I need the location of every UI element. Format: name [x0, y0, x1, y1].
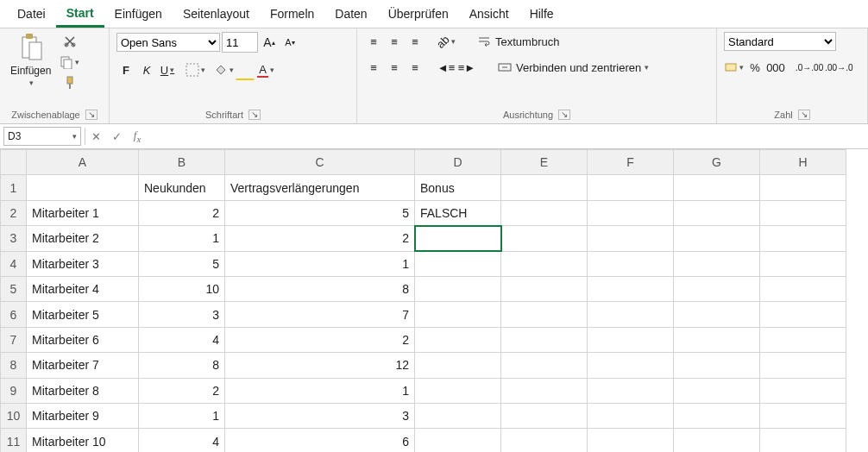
cell-E1[interactable]	[501, 175, 588, 200]
cell-A9[interactable]: Mitarbeiter 8	[27, 378, 139, 403]
cell-C10[interactable]: 3	[225, 404, 415, 429]
cell-A7[interactable]: Mitarbeiter 6	[27, 327, 139, 352]
font-color-button[interactable]: A▾	[256, 60, 275, 79]
cell-D6[interactable]	[415, 302, 501, 327]
borders-button[interactable]: ▾	[186, 60, 205, 79]
formula-input[interactable]	[148, 127, 868, 146]
cell-C6[interactable]: 7	[225, 302, 415, 327]
fill-color-button[interactable]: ▾	[214, 60, 234, 79]
align-right-button[interactable]: ≡	[406, 58, 425, 77]
cell-F4[interactable]	[588, 251, 674, 276]
font-size-input[interactable]	[222, 32, 258, 53]
cell-G3[interactable]	[674, 226, 760, 251]
col-header-H[interactable]: H	[760, 150, 846, 175]
cell-F2[interactable]	[588, 200, 674, 225]
cell-H2[interactable]	[760, 200, 846, 225]
chevron-down-icon[interactable]: ▾	[645, 63, 649, 72]
number-format-select[interactable]: Standard	[724, 32, 836, 51]
tab-einfuegen[interactable]: Einfügen	[104, 2, 173, 26]
cell-D7[interactable]	[415, 327, 501, 352]
cell-H8[interactable]	[760, 353, 846, 378]
paste-button[interactable]: Einfügen ▾	[7, 32, 54, 89]
copy-button[interactable]: ▾	[60, 53, 79, 72]
cancel-formula-button[interactable]: ✕	[85, 130, 106, 143]
tab-hilfe[interactable]: Hilfe	[519, 2, 564, 26]
cell-G7[interactable]	[674, 327, 760, 352]
row-header-2[interactable]: 2	[1, 200, 27, 225]
increase-font-button[interactable]: A▴	[260, 33, 279, 52]
font-launcher[interactable]: ↘	[248, 110, 261, 120]
cell-H4[interactable]	[760, 251, 846, 276]
increase-indent-button[interactable]: ≡►	[457, 58, 476, 77]
cell-D11[interactable]	[415, 429, 501, 452]
cell-B7[interactable]: 4	[139, 327, 225, 352]
row-header-4[interactable]: 4	[1, 251, 27, 276]
cell-C9[interactable]: 1	[225, 378, 415, 403]
cell-F9[interactable]	[588, 378, 674, 403]
cell-E5[interactable]	[501, 277, 588, 302]
row-header-8[interactable]: 8	[1, 353, 27, 378]
col-header-C[interactable]: C	[225, 150, 415, 175]
cell-F6[interactable]	[588, 302, 674, 327]
row-header-7[interactable]: 7	[1, 327, 27, 352]
row-header-1[interactable]: 1	[1, 175, 27, 200]
cell-C4[interactable]: 1	[225, 251, 415, 276]
align-left-button[interactable]: ≡	[364, 58, 383, 77]
name-box[interactable]: D3▾	[3, 127, 81, 146]
wrap-label[interactable]: Textumbruch	[495, 35, 559, 48]
cell-E7[interactable]	[501, 327, 588, 352]
cell-B8[interactable]: 8	[139, 353, 225, 378]
col-header-B[interactable]: B	[139, 150, 225, 175]
increase-decimal-button[interactable]: .0→.00	[796, 58, 823, 77]
cell-B6[interactable]: 3	[139, 302, 225, 327]
row-header-10[interactable]: 10	[1, 404, 27, 429]
cell-A4[interactable]: Mitarbeiter 3	[27, 251, 139, 276]
tab-seitenlayout[interactable]: Seitenlayout	[173, 2, 260, 26]
row-header-6[interactable]: 6	[1, 302, 27, 327]
cell-D10[interactable]	[415, 404, 501, 429]
cell-G6[interactable]	[674, 302, 760, 327]
cell-F7[interactable]	[588, 327, 674, 352]
cut-button[interactable]	[60, 32, 79, 51]
tab-start[interactable]: Start	[56, 1, 104, 28]
fx-button[interactable]: fx	[127, 129, 148, 144]
align-top-button[interactable]: ≡	[364, 32, 383, 51]
cell-B5[interactable]: 10	[139, 277, 225, 302]
cell-E10[interactable]	[501, 404, 588, 429]
currency-button[interactable]: ▾	[724, 58, 744, 77]
cell-C3[interactable]: 2	[225, 226, 415, 251]
cell-C5[interactable]: 8	[225, 277, 415, 302]
number-launcher[interactable]: ↘	[798, 110, 810, 120]
cell-D4[interactable]	[415, 251, 501, 276]
align-bottom-button[interactable]: ≡	[406, 32, 425, 51]
format-painter-button[interactable]	[60, 73, 79, 92]
cell-F11[interactable]	[588, 429, 674, 452]
select-all-corner[interactable]	[1, 150, 27, 175]
cell-H1[interactable]	[760, 175, 846, 200]
cell-B10[interactable]: 1	[139, 404, 225, 429]
clipboard-launcher[interactable]: ↘	[85, 110, 97, 120]
wrap-text-button[interactable]	[475, 32, 494, 51]
col-header-F[interactable]: F	[588, 150, 674, 175]
cell-B3[interactable]: 1	[139, 226, 225, 251]
col-header-G[interactable]: G	[674, 150, 760, 175]
confirm-formula-button[interactable]: ✓	[106, 130, 127, 143]
decrease-indent-button[interactable]: ◄≡	[437, 58, 456, 77]
decrease-font-button[interactable]: A▾	[280, 33, 299, 52]
cell-G11[interactable]	[674, 429, 760, 452]
row-header-9[interactable]: 9	[1, 378, 27, 403]
thousand-button[interactable]: 000	[766, 58, 785, 77]
align-launcher[interactable]: ↘	[558, 110, 570, 120]
cell-B9[interactable]: 2	[139, 378, 225, 403]
cell-A2[interactable]: Mitarbeiter 1	[27, 200, 139, 225]
cell-G10[interactable]	[674, 404, 760, 429]
cell-B2[interactable]: 2	[139, 200, 225, 225]
decrease-decimal-button[interactable]: .00→.0	[825, 58, 852, 77]
cell-H3[interactable]	[760, 226, 846, 251]
cell-H6[interactable]	[760, 302, 846, 327]
underline-button[interactable]: U▾	[158, 60, 177, 79]
font-name-select[interactable]: Open Sans	[116, 33, 220, 52]
cell-A6[interactable]: Mitarbeiter 5	[27, 302, 139, 327]
cell-C11[interactable]: 6	[225, 429, 415, 452]
merge-button[interactable]	[495, 58, 514, 77]
